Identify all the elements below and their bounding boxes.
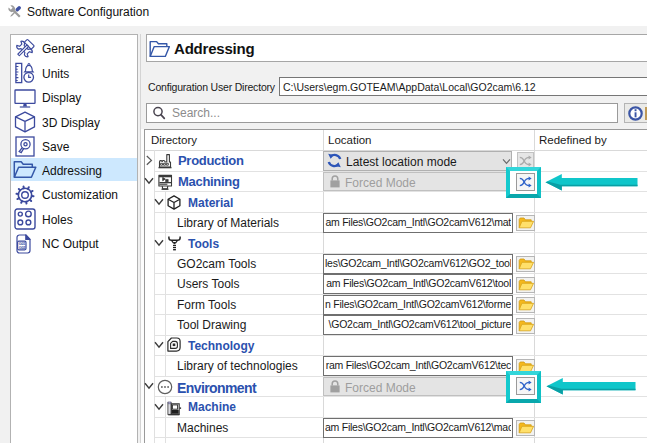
svg-text:G02: G02 [19,245,27,250]
